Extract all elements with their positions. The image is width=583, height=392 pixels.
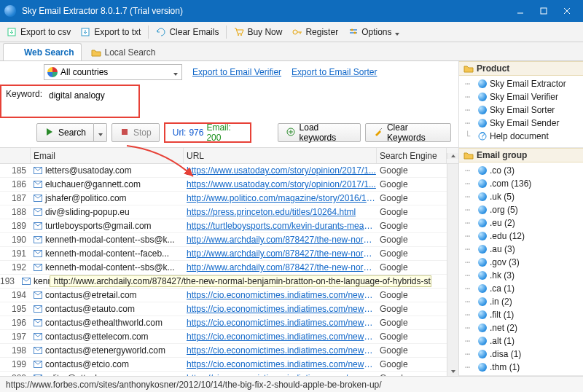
row-url[interactable]: http://www.archdaily.com/878427/the-new-… — [184, 235, 377, 245]
search-button[interactable]: Search — [36, 123, 94, 142]
row-url[interactable]: https://cio.economictimes.indiatimes.com… — [184, 304, 377, 314]
row-url[interactable]: https://www.usatoday.com/story/opinion/2… — [184, 179, 377, 189]
table-row[interactable]: 188div@sliding-popup.euhttps://press.pri… — [0, 205, 447, 219]
globe-icon — [478, 119, 487, 128]
buy-now-button[interactable]: Buy Now — [230, 24, 286, 40]
table-row[interactable]: 198contactus@etenergyworld.comhttps://ci… — [0, 344, 447, 358]
row-url[interactable]: https://turtleboysports.com/kevin-durant… — [184, 221, 377, 231]
table-row[interactable]: 195contactus@etauto.comhttps://cio.econo… — [0, 302, 447, 316]
table-row[interactable]: 196contactus@ethealthworld.comhttps://ci… — [0, 316, 447, 330]
email-group-panel-header[interactable]: Email group — [459, 148, 583, 162]
table-row[interactable]: 199contactus@etcio.comhttps://cio.econom… — [0, 358, 447, 372]
email-group-item[interactable]: ⋯.org (5) — [465, 203, 582, 216]
window-title: Sky Email Extractor 8.0.1.7 (Trial versi… — [22, 6, 509, 16]
email-group-item[interactable]: ⋯.eu (2) — [465, 216, 582, 230]
table-row[interactable]: 194contactus@etretail.comhttps://cio.eco… — [0, 289, 447, 302]
export-csv-button[interactable]: Export to csv — [3, 24, 75, 40]
email-group-item[interactable]: ⋯.edu (12) — [465, 230, 582, 243]
email-group-item[interactable]: ⋯.au (3) — [465, 243, 582, 256]
email-group-item[interactable]: ⋯.alt (1) — [465, 334, 582, 348]
row-url[interactable]: https://cio.economictimes.indiatimes.com… — [184, 290, 377, 300]
email-group-item[interactable]: ⋯.filt (1) — [465, 308, 582, 321]
register-button[interactable]: Register — [288, 24, 343, 40]
table-row[interactable]: 186eluchauer@gannett.comhttps://www.usat… — [0, 178, 447, 192]
row-url[interactable]: http://www.politico.com/magazine/story/2… — [184, 193, 377, 203]
plus-icon — [286, 127, 296, 139]
grid-body[interactable]: 185letters@usatoday.comhttps://www.usato… — [0, 164, 447, 376]
row-url[interactable]: https://www.usatoday.com/story/opinion/2… — [184, 165, 377, 176]
product-item[interactable]: └?Help document — [465, 130, 582, 143]
email-group-item[interactable]: ⋯.hk (3) — [465, 269, 582, 282]
clear-keywords-button[interactable]: Clear Keywords — [365, 123, 451, 142]
product-item-label: Sky Email Sender — [490, 118, 559, 128]
row-search-engine: Google — [377, 304, 447, 314]
envelope-icon — [34, 264, 42, 271]
scroll-up-icon[interactable] — [447, 153, 458, 159]
col-index-header[interactable] — [0, 148, 31, 163]
globe-icon — [478, 192, 487, 201]
row-url[interactable]: http://www.archdaily.com/878427/the-new-… — [184, 262, 377, 273]
email-group-label: .filt (1) — [490, 310, 514, 320]
country-combo[interactable]: All countries — [44, 64, 182, 80]
maximize-button[interactable] — [532, 2, 555, 20]
row-email: kenneth-modal-content--faceb... — [19, 276, 50, 286]
clear-emails-button[interactable]: Clear Emails — [152, 24, 223, 40]
col-url-header[interactable]: URL — [184, 148, 377, 163]
row-index: 199 — [0, 359, 31, 369]
row-url[interactable]: http://www.archdaily.com/878427/the-new-… — [50, 275, 431, 287]
product-panel-header[interactable]: Product — [459, 61, 583, 76]
clear-keywords-label: Clear Keywords — [387, 122, 443, 143]
product-item[interactable]: ⋯Sky Email Verifier — [465, 90, 582, 103]
tab-local-search[interactable]: Local Search — [83, 43, 163, 60]
table-row[interactable]: 190kenneth-modal-content--sbs@k...http:/… — [0, 233, 447, 247]
row-url[interactable]: https://cio.economictimes.indiatimes.com… — [184, 359, 377, 369]
row-url[interactable]: http://www.archdaily.com/878427/the-new-… — [184, 248, 377, 259]
table-row[interactable]: 187jshafer@politico.comhttp://www.politi… — [0, 192, 447, 205]
tab-web-search[interactable]: Web Search — [3, 43, 82, 60]
col-search-engine-header[interactable]: Search Engine — [377, 148, 447, 163]
row-url[interactable]: https://cio.economictimes.indiatimes.com… — [184, 332, 377, 342]
email-group-item[interactable]: ⋯.gov (3) — [465, 256, 582, 269]
product-item[interactable]: ⋯Sky Email Sender — [465, 117, 582, 130]
export-verifier-link[interactable]: Export to Email Verifier — [192, 67, 281, 77]
product-item[interactable]: ⋯Sky Email Extractor — [465, 77, 582, 90]
email-group-item[interactable]: ⋯.ca (1) — [465, 282, 582, 295]
row-url[interactable]: https://cio.economictimes.indiatimes.com… — [184, 345, 377, 356]
search-split-button[interactable] — [94, 123, 107, 142]
col-email-header[interactable]: Email — [31, 148, 184, 163]
table-row[interactable]: 197contactus@ettelecom.comhttps://cio.ec… — [0, 330, 447, 344]
email-group-label: .com (136) — [490, 179, 531, 189]
table-row[interactable]: 192kenneth-modal-content--sbs@k...http:/… — [0, 261, 447, 275]
row-url[interactable]: https://press.princeton.edu/titles/10264… — [184, 207, 377, 217]
export-txt-button[interactable]: Export to txt — [77, 24, 145, 40]
load-keywords-button[interactable]: Load keywords — [278, 123, 361, 142]
row-url[interactable]: https://cio.economictimes.indiatimes.com… — [184, 318, 377, 328]
stop-button[interactable]: Stop — [111, 123, 160, 142]
row-url[interactable]: https://cio.economictimes.indiatimes.com… — [184, 373, 377, 376]
action-row: Search Stop Url: 976 Email: 200 Load key… — [0, 118, 458, 147]
table-row[interactable]: 200editor@ettech.comhttps://cio.economic… — [0, 372, 447, 376]
product-item[interactable]: ⋯Sky Email Sorter — [465, 103, 582, 117]
email-group-item[interactable]: ⋯.com (136) — [465, 177, 582, 190]
table-row[interactable]: 185letters@usatoday.comhttps://www.usato… — [0, 164, 447, 178]
email-group-item[interactable]: ⋯.co (3) — [465, 164, 582, 177]
keyword-input[interactable] — [47, 89, 134, 102]
minimize-button[interactable] — [509, 2, 532, 20]
email-group-item[interactable]: ⋯.disa (1) — [465, 348, 582, 361]
envelope-icon — [22, 278, 31, 285]
options-button[interactable]: Options — [344, 24, 404, 40]
svg-rect-10 — [122, 129, 128, 135]
keyword-row: Keyword: — [0, 83, 458, 118]
clear-emails-label: Clear Emails — [169, 27, 219, 37]
close-button[interactable] — [555, 2, 579, 20]
export-sorter-link[interactable]: Export to Email Sorter — [292, 67, 377, 77]
email-group-item[interactable]: ⋯.uk (5) — [465, 190, 582, 203]
email-group-item[interactable]: ⋯.club (1) — [465, 374, 582, 376]
table-row[interactable]: 189turtleboysports@gmail.comhttps://turt… — [0, 219, 447, 233]
table-row[interactable]: 193kenneth-modal-content--faceb...http:/… — [0, 275, 447, 289]
email-group-item[interactable]: ⋯.net (2) — [465, 321, 582, 334]
email-group-item[interactable]: ⋯.thm (1) — [465, 361, 582, 374]
vertical-scrollbar[interactable] — [447, 164, 458, 376]
table-row[interactable]: 191kenneth-modal-content--faceb...http:/… — [0, 247, 447, 261]
email-group-item[interactable]: ⋯.in (2) — [465, 295, 582, 308]
